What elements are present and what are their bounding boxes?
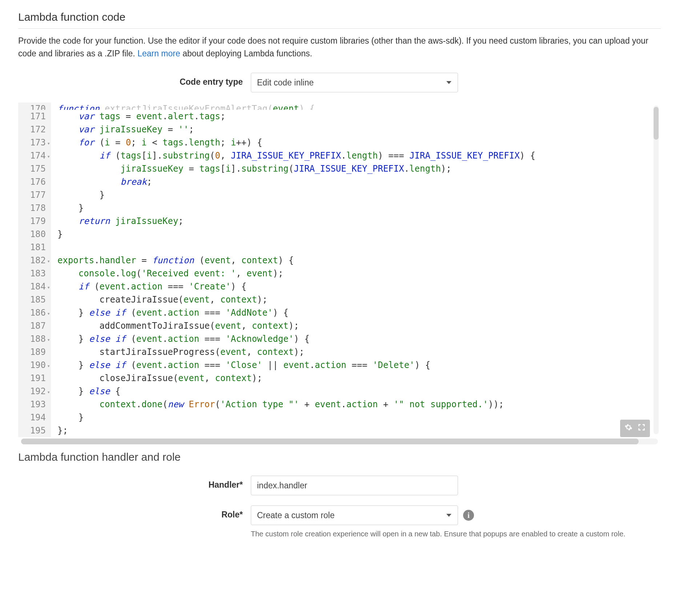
code-editor-gutter: 1701711721731741751761771781791801811821… — [18, 103, 51, 437]
role-select[interactable]: Create a custom role — [251, 505, 458, 525]
section-handler-role-title: Lambda function handler and role — [18, 451, 661, 463]
handler-input[interactable] — [251, 476, 458, 495]
learn-more-link[interactable]: Learn more — [137, 49, 180, 58]
handler-label: Handler* — [18, 476, 251, 490]
editor-floating-toolbar — [620, 420, 650, 437]
fullscreen-icon[interactable] — [638, 423, 646, 433]
role-label: Role* — [18, 505, 251, 520]
editor-vertical-scrollbar[interactable] — [654, 105, 659, 434]
description-text-2: about deploying Lambda functions. — [180, 49, 312, 58]
description-text: Provide the code for your function. Use … — [18, 36, 648, 58]
role-helper-text: The custom role creation experience will… — [251, 529, 626, 539]
section-lambda-code-title: Lambda function code — [18, 7, 661, 29]
code-entry-type-select[interactable]: Edit code inline — [251, 73, 458, 92]
code-editor[interactable]: 1701711721731741751761771781791801811821… — [18, 103, 661, 444]
code-editor-content[interactable]: function extractJiraIssueKeyFromAlertTag… — [51, 103, 661, 437]
section-lambda-code-description: Provide the code for your function. Use … — [18, 35, 661, 60]
editor-horizontal-scrollbar[interactable] — [21, 439, 658, 444]
code-entry-type-label: Code entry type — [18, 73, 251, 87]
gear-icon[interactable] — [624, 423, 632, 433]
info-icon[interactable]: i — [463, 510, 474, 521]
